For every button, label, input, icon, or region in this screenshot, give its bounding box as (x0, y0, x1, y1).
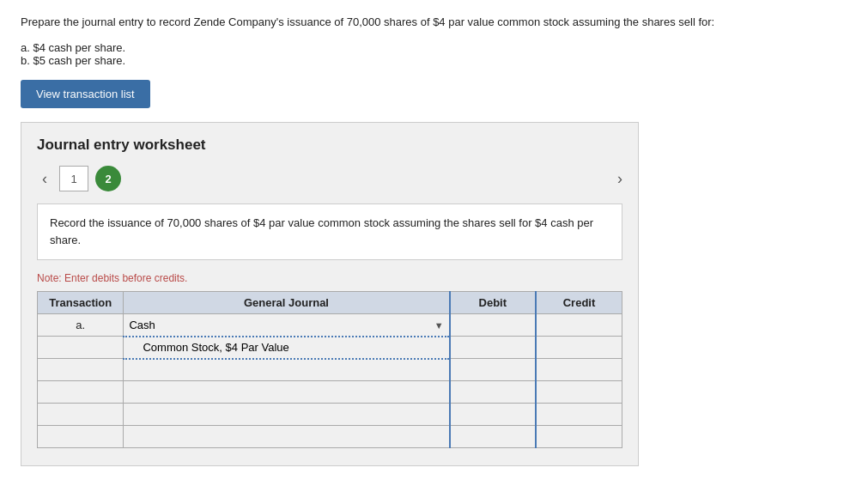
empty-debit-3[interactable] (456, 408, 530, 421)
nav-prev-button[interactable]: ‹ (37, 168, 52, 190)
table-row-empty-1 (38, 359, 622, 381)
td-journal-common[interactable] (124, 337, 450, 359)
td-empty-4-journal[interactable] (124, 426, 450, 448)
main-instruction: Prepare the journal entry to record Zend… (21, 15, 829, 28)
td-empty-1-journal[interactable] (124, 359, 450, 381)
credit-input-common[interactable] (542, 341, 616, 354)
td-empty-3-trans (38, 404, 124, 426)
journal-table: Transaction General Journal Debit Credit… (37, 291, 622, 448)
empty-journal-2[interactable] (129, 386, 443, 398)
td-debit-cash[interactable] (450, 314, 536, 337)
journal-input-common[interactable] (143, 341, 443, 354)
journal-select-wrapper-cash[interactable]: ▼ (129, 319, 443, 331)
empty-debit-2[interactable] (456, 386, 530, 398)
td-empty-2-debit[interactable] (450, 381, 536, 404)
empty-journal-3[interactable] (129, 408, 443, 421)
empty-journal-4[interactable] (129, 430, 443, 443)
td-empty-2-journal[interactable] (124, 381, 450, 404)
table-row-cash: a. ▼ (38, 314, 622, 337)
table-row-empty-2 (38, 381, 622, 404)
worksheet-nav-row: ‹ 1 2 › (37, 166, 622, 191)
td-empty-1-debit[interactable] (450, 359, 536, 381)
td-empty-4-trans (38, 426, 124, 448)
debit-credit-note: Note: Enter debits before credits. (37, 272, 622, 284)
empty-credit-4[interactable] (542, 430, 616, 443)
td-empty-4-debit[interactable] (450, 426, 536, 448)
journal-select-wrapper-common[interactable] (143, 341, 443, 354)
td-empty-1-credit[interactable] (536, 359, 622, 381)
journal-entry-worksheet: Journal entry worksheet ‹ 1 2 › Record t… (21, 122, 639, 466)
option-b: b. $5 cash per share. (21, 54, 829, 67)
option-a: a. $4 cash per share. (21, 41, 829, 54)
transaction-instruction-text: Record the issuance of 70,000 shares of … (50, 216, 593, 246)
view-transaction-list-button[interactable]: View transaction list (21, 80, 150, 108)
td-empty-1-trans (38, 359, 124, 381)
th-credit: Credit (536, 292, 622, 314)
td-credit-common[interactable] (536, 337, 622, 359)
td-transaction-common (38, 337, 124, 359)
td-empty-2-trans (38, 381, 124, 404)
journal-input-cash[interactable] (129, 319, 434, 331)
table-row-common-stock (38, 337, 622, 359)
empty-journal-1[interactable] (129, 364, 443, 377)
instructions-block: Prepare the journal entry to record Zend… (21, 15, 829, 67)
empty-credit-1[interactable] (542, 363, 616, 376)
debit-input-common[interactable] (456, 341, 530, 354)
th-journal: General Journal (124, 292, 450, 314)
empty-credit-3[interactable] (542, 408, 616, 421)
th-transaction: Transaction (38, 292, 124, 314)
table-row-empty-3 (38, 404, 622, 426)
td-empty-3-journal[interactable] (124, 404, 450, 426)
td-transaction-a: a. (38, 314, 124, 337)
td-empty-3-credit[interactable] (536, 404, 622, 426)
transaction-label-a: a. (76, 319, 85, 331)
debit-input-cash[interactable] (456, 319, 530, 331)
empty-debit-1[interactable] (456, 363, 530, 376)
worksheet-title: Journal entry worksheet (37, 137, 622, 154)
td-empty-2-credit[interactable] (536, 381, 622, 404)
empty-debit-4[interactable] (456, 430, 530, 443)
nav-page-1[interactable]: 1 (59, 166, 88, 191)
td-journal-cash[interactable]: ▼ (124, 314, 450, 337)
td-empty-4-credit[interactable] (536, 426, 622, 448)
td-empty-3-debit[interactable] (450, 404, 536, 426)
transaction-instruction-box: Record the issuance of 70,000 shares of … (37, 203, 622, 260)
table-row-empty-4 (38, 426, 622, 448)
dropdown-arrow-icon[interactable]: ▼ (434, 320, 444, 331)
th-debit: Debit (450, 292, 536, 314)
td-debit-common[interactable] (450, 337, 536, 359)
td-credit-cash[interactable] (536, 314, 622, 337)
credit-input-cash[interactable] (542, 319, 616, 331)
empty-credit-2[interactable] (542, 386, 616, 398)
nav-next-button[interactable]: › (617, 170, 622, 188)
nav-page-2[interactable]: 2 (95, 166, 121, 191)
